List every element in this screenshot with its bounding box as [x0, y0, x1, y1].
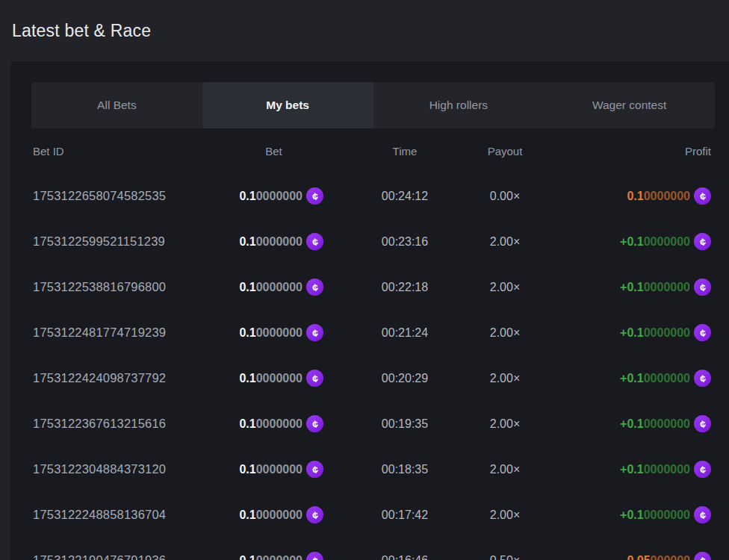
bet-profit: +0.10000000 ¢: [524, 415, 711, 432]
bet-amount-zeros: 0000000: [256, 508, 303, 522]
bet-time: 00:20:29: [323, 372, 486, 385]
cent-coin-icon: ¢: [694, 233, 711, 250]
bet-amount-zeros: 0000000: [256, 190, 303, 203]
bet-profit: 0.05000000 ¢: [524, 552, 711, 560]
cent-coin-icon: ¢: [694, 415, 711, 432]
bet-profit: 0.10000000 ¢: [524, 187, 711, 205]
table-row[interactable]: 1753122304884373120 0.10000000 ¢ 00:18:3…: [10, 447, 729, 492]
tab-wager-contest[interactable]: Wager contest: [544, 82, 715, 128]
cent-coin-icon: ¢: [306, 415, 323, 432]
column-header-payout: Payout: [486, 145, 524, 158]
table-row[interactable]: 1753122190476791936 0.10000000 ¢ 00:16:4…: [10, 538, 729, 560]
table-row[interactable]: 1753122367613215616 0.10000000 ¢ 00:19:3…: [10, 401, 729, 447]
table-row[interactable]: 1753122481774719239 0.10000000 ¢ 00:21:2…: [10, 310, 729, 355]
profit-zeros: 0000000: [644, 281, 690, 294]
bet-amount-main: 0.1: [239, 235, 255, 249]
tab-my-bets[interactable]: My bets: [202, 82, 373, 128]
bet-amount-main: 0.1: [239, 417, 255, 431]
profit-zeros: 0000000: [644, 417, 690, 431]
bet-time: 00:17:42: [323, 508, 486, 522]
bet-payout: 2.00×: [486, 463, 524, 476]
bet-payout: 2.00×: [486, 281, 524, 294]
bet-payout: 2.00×: [486, 508, 524, 522]
cent-coin-icon: ¢: [306, 370, 323, 387]
profit-zeros: 0000000: [644, 326, 690, 340]
bet-amount: 0.10000000 ¢: [224, 415, 323, 432]
cent-coin-icon: ¢: [306, 187, 323, 205]
page-header: Latest bet & Race: [0, 0, 729, 61]
profit-main: +0.1: [620, 326, 644, 340]
bet-time: 00:19:35: [323, 417, 486, 431]
tab-high-rollers[interactable]: High rollers: [373, 82, 545, 128]
bet-payout: 2.00×: [486, 372, 524, 385]
cent-coin-icon: ¢: [694, 370, 711, 387]
bet-payout: 0.50×: [486, 554, 524, 560]
table-row[interactable]: 1753122599521151239 0.10000000 ¢ 00:23:1…: [10, 219, 729, 264]
table-row[interactable]: 1753122248858136704 0.10000000 ¢ 00:17:4…: [10, 492, 729, 538]
bet-id: 1753122190476791936: [33, 553, 224, 560]
cent-coin-icon: ¢: [306, 233, 323, 250]
cent-coin-icon: ¢: [306, 324, 323, 341]
bet-amount: 0.10000000 ¢: [224, 233, 323, 250]
table-row[interactable]: 1753122658074582535 0.10000000 ¢ 00:24:1…: [10, 173, 729, 219]
bets-panel: All Bets My bets High rollers Wager cont…: [10, 61, 729, 560]
bet-id: 1753122248858136704: [33, 508, 224, 522]
bet-profit: +0.10000000 ¢: [524, 279, 711, 296]
profit-zeros: 000000: [651, 554, 690, 560]
bet-time: 00:21:24: [323, 326, 486, 340]
bet-profit: +0.10000000 ¢: [524, 506, 711, 523]
bet-amount-zeros: 0000000: [256, 235, 303, 249]
bet-payout: 0.00×: [486, 190, 524, 203]
cent-coin-icon: ¢: [694, 461, 711, 478]
profit-main: +0.1: [620, 235, 644, 249]
bet-id: 1753122658074582535: [33, 189, 224, 203]
bet-id: 1753122367613215616: [33, 417, 224, 431]
bet-id: 1753122538816796800: [33, 280, 224, 294]
bet-amount-main: 0.1: [239, 372, 255, 385]
profit-main: +0.1: [620, 508, 644, 522]
cent-coin-icon: ¢: [694, 506, 711, 523]
table-row[interactable]: 1753122538816796800 0.10000000 ¢ 00:22:1…: [10, 264, 729, 310]
profit-main: +0.1: [620, 372, 644, 385]
column-header-time: Time: [323, 145, 486, 158]
profit-main: +0.1: [620, 463, 644, 476]
bet-time: 00:24:12: [323, 190, 486, 203]
tab-all-bets[interactable]: All Bets: [31, 82, 202, 128]
bet-id: 1753122481774719239: [33, 326, 224, 340]
bet-amount: 0.10000000 ¢: [224, 461, 323, 478]
table-row[interactable]: 1753122424098737792 0.10000000 ¢ 00:20:2…: [10, 355, 729, 401]
bet-time: 00:16:46: [323, 554, 486, 560]
bet-amount: 0.10000000 ¢: [224, 279, 323, 296]
bet-payout: 2.00×: [486, 417, 524, 431]
bet-amount-main: 0.1: [239, 326, 255, 340]
bet-amount: 0.10000000 ¢: [224, 506, 323, 523]
bet-amount: 0.10000000 ¢: [224, 552, 323, 560]
profit-main: +0.1: [620, 417, 644, 431]
profit-zeros: 0000000: [644, 190, 690, 203]
bet-amount-main: 0.1: [239, 281, 255, 294]
bet-payout: 2.00×: [486, 326, 524, 340]
bet-amount-zeros: 0000000: [256, 554, 303, 560]
profit-zeros: 0000000: [644, 372, 690, 385]
profit-main: +0.1: [620, 281, 644, 294]
profit-main: 0.05: [627, 554, 650, 560]
bet-time: 00:22:18: [323, 281, 486, 294]
cent-coin-icon: ¢: [694, 324, 711, 341]
bet-amount-main: 0.1: [239, 190, 255, 203]
bet-amount-zeros: 0000000: [256, 372, 303, 385]
bet-amount-main: 0.1: [239, 463, 255, 476]
bet-amount-main: 0.1: [239, 508, 255, 522]
cent-coin-icon: ¢: [306, 461, 323, 478]
bet-profit: +0.10000000 ¢: [524, 461, 711, 478]
page-title: Latest bet & Race: [12, 21, 151, 41]
column-header-profit: Profit: [524, 145, 711, 158]
bet-id: 1753122599521151239: [33, 234, 224, 249]
bet-amount-zeros: 0000000: [256, 463, 303, 476]
profit-zeros: 0000000: [644, 508, 690, 522]
bet-profit: +0.10000000 ¢: [524, 370, 711, 387]
cent-coin-icon: ¢: [306, 506, 323, 523]
column-header-bet: Bet: [224, 145, 323, 158]
bet-amount: 0.10000000 ¢: [224, 187, 323, 205]
profit-zeros: 0000000: [644, 463, 690, 476]
bet-id: 1753122424098737792: [33, 371, 224, 385]
